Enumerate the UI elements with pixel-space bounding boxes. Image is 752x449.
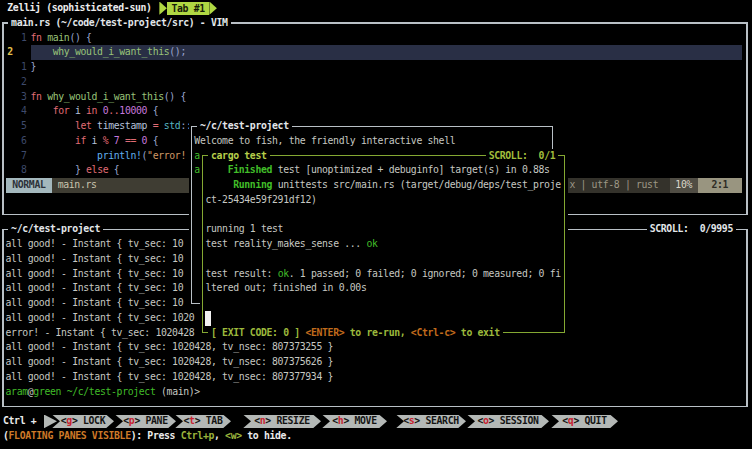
keybar-item-session[interactable]: <o> SESSION [467, 415, 549, 429]
terminal-text-span: .. [108, 105, 119, 116]
keybar-item-quit[interactable]: <q> QUIT [551, 415, 618, 429]
terminal-text-span: aram [6, 386, 28, 397]
terminal-text-span: ct-25434e59f291df12) [205, 194, 316, 205]
terminal-text-span: all good! - Instant { tv_sec: 1020 [6, 312, 195, 323]
terminal-row: 1 [21, 60, 27, 75]
terminal-text-span: all good! - Instant { tv_sec: 1020428, t… [6, 371, 334, 382]
terminal-text-span: 6 [21, 135, 27, 146]
terminal-text-span: 7 [21, 150, 27, 161]
terminal-text-span: to re-run, [344, 327, 411, 338]
terminal-row: all good! - Instant { tv_sec: 10 [6, 252, 184, 267]
keybar-item-label: <q> QUIT [562, 414, 606, 429]
zellij-terminal: Zellij (sophisticated-sun) Tab #1 main.r… [0, 0, 752, 449]
terminal-cursor [205, 311, 211, 326]
fish-pane-title: ~/c/test-project [197, 119, 292, 134]
terminal-text-span: unittests src/main.rs (target/debug/deps… [272, 179, 561, 190]
vim-statusline-progress: 10% [670, 178, 698, 193]
terminal-text-span: all good! - Instant { tv_sec: 10 [6, 238, 184, 249]
terminal-row: println!("error! [30, 149, 185, 164]
vim-statusline-mode: NORMAL [6, 178, 53, 193]
terminal-text-span: all good! - Instant { tv_sec: 10 [6, 268, 184, 279]
terminal-text-span: green [33, 386, 61, 397]
terminal-row: 8 [21, 163, 27, 178]
terminal-text-span: test result: [205, 268, 277, 279]
terminal-text-span: [ EXIT CODE: 0 ] [211, 327, 305, 338]
terminal-text-span: all good! - Instant { tv_sec: 10 [6, 282, 184, 293]
keybar-item-label: <t> TAB [184, 414, 223, 429]
keybar-item-label: <n> RESIZE [254, 414, 310, 429]
cargo-pane-border-left [202, 155, 203, 333]
log-pane-border-bottom [2, 406, 748, 407]
terminal-text-span: Ctrl+p [181, 430, 214, 441]
tab-ribbon-lead-icon [159, 2, 167, 15]
keybar-item-label: <h> MOVE [332, 414, 376, 429]
terminal-row: test result: ok. 1 passed; 0 failed; 0 i… [205, 267, 560, 282]
terminal-row: all good! - Instant { tv_sec: 10 [6, 296, 184, 311]
terminal-text-span: ( [155, 386, 166, 397]
terminal-row: if i % 7 == 0 { [30, 134, 158, 149]
terminal-text-span: , [214, 430, 225, 441]
terminal-text-span: else [86, 164, 108, 175]
terminal-row: fn main() { [30, 31, 91, 46]
terminal-row: all good! - Instant { tv_sec: 1020428, t… [6, 370, 334, 385]
keybar-item-label: <o> SESSION [477, 414, 538, 429]
keybar-item-move[interactable]: <h> MOVE [322, 415, 387, 429]
terminal-text-span: std [164, 120, 181, 131]
terminal-text-span: why_would_i_want_this [53, 46, 170, 57]
terminal-text-span: == [125, 135, 136, 146]
terminal-text-span: timestamp [92, 120, 153, 131]
terminal-row: Running unittests src/main.rs (target/de… [205, 178, 560, 193]
terminal-text-span: <Ctrl-c> [411, 327, 455, 338]
terminal-text-span: ok [366, 238, 377, 249]
keybar-item-tab[interactable]: <t> TAB [175, 415, 231, 429]
terminal-text-span: . 1 passed; 0 failed; 0 ignored; 0 measu… [289, 268, 561, 279]
keybar-item-lock[interactable]: <g> LOCK [52, 415, 114, 429]
terminal-row: all good! - Instant { tv_sec: 1020428, t… [6, 340, 334, 355]
vim-statusline-position: 2:1 [698, 178, 742, 193]
terminal-text-span: all good! - Instant { tv_sec: 10 [6, 253, 184, 264]
terminal-text-span: 3 [21, 91, 27, 102]
keybar-item-label: <s> SEARCH [403, 414, 459, 429]
tab-1-label: Tab #1 [171, 3, 204, 14]
terminal-text-span: let [75, 120, 92, 131]
terminal-row: test reality_makes_sense ... ok [205, 237, 377, 252]
terminal-row: all good! - Instant { tv_sec: 10 [6, 281, 184, 296]
terminal-text-span: ~/c/test-project [67, 386, 156, 397]
terminal-row: 2 [7, 45, 13, 60]
tab-1[interactable]: Tab #1 [167, 2, 210, 15]
terminal-row: why_would_i_want_this(); [30, 45, 185, 60]
terminal-text-span: test reality_makes_sense ... [205, 238, 366, 249]
terminal-text-span: Running [205, 179, 272, 190]
terminal-text-span: Finished [205, 164, 272, 175]
keybar-item-pane[interactable]: <p> PANE [115, 415, 176, 429]
terminal-text-span: i [86, 135, 103, 146]
terminal-text-span: FLOATING PANES VISIBLE [9, 430, 131, 441]
terminal-row: 1 [21, 31, 27, 46]
terminal-row: 6 [21, 134, 27, 149]
terminal-row: ct-25434e59f291df12) [205, 193, 316, 208]
vim-pane-title: main.rs (~/code/test-project/src) - VIM [8, 16, 231, 31]
terminal-row: } [30, 60, 36, 75]
keybar-item-search[interactable]: <s> SEARCH [396, 415, 466, 429]
terminal-row: 4 [21, 104, 27, 119]
terminal-text-span: fn [30, 32, 41, 43]
cargo-pane-exit-banner: [ EXIT CODE: 0 ] <ENTER> to re-run, <Ctr… [208, 326, 503, 341]
terminal-text-span [30, 46, 52, 57]
terminal-text-span [30, 120, 74, 131]
terminal-text-span: <ENTER> [305, 327, 344, 338]
terminal-row: Welcome to fish, the friendly interactiv… [194, 134, 455, 149]
keybar-item-resize[interactable]: <n> RESIZE [243, 415, 321, 429]
terminal-row: let timestamp = std:: [30, 119, 191, 134]
terminal-text-span: error! - Instant { tv_sec: 1020428 [6, 327, 195, 338]
terminal-text-span: )> [189, 386, 206, 397]
keybar-item-label: <p> PANE [123, 414, 167, 429]
log-pane-border-left [2, 229, 3, 407]
terminal-text-span: 1 [21, 32, 27, 43]
terminal-row: all good! - Instant { tv_sec: 10 [6, 237, 184, 252]
terminal-text-span: (); [169, 46, 186, 57]
terminal-text-span: 4 [21, 105, 27, 116]
log-pane-scroll-indicator: SCROLL: 0/9995 [647, 222, 736, 237]
terminal-text-span: all good! - Instant { tv_sec: 1020428, t… [6, 341, 334, 352]
vim-statusline-filename: main.rs [52, 178, 189, 193]
terminal-text-span: 5 [21, 120, 27, 131]
